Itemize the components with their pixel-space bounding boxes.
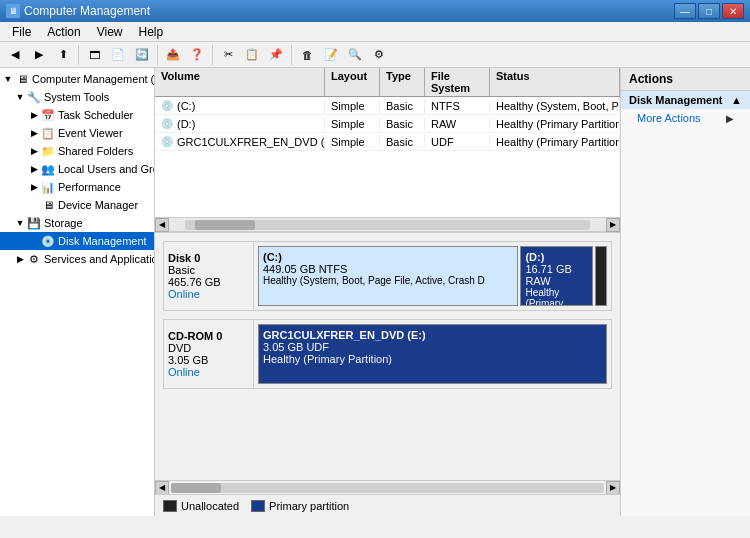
shared-folders-icon: 📁	[40, 143, 56, 159]
cell-status: Healthy (System, Boot, Page File, Active…	[490, 99, 620, 113]
forward-button[interactable]: ▶	[28, 44, 50, 66]
actions-panel: Actions Disk Management ▲ More Actions ▶	[620, 68, 750, 516]
sidebar-performance-label: Performance	[58, 181, 121, 193]
cell-layout: Simple	[325, 99, 380, 113]
expand-local-users-icon[interactable]: ▶	[28, 163, 40, 175]
device-manager-icon: 🖥	[40, 197, 56, 213]
scroll-bottom-left-button[interactable]: ◀	[155, 481, 169, 495]
scroll-bottom-right-button[interactable]: ▶	[606, 481, 620, 495]
cell-filesystem: RAW	[425, 117, 490, 131]
copy-button[interactable]: 📋	[241, 44, 263, 66]
cell-volume: 💿 (D:)	[155, 117, 325, 131]
disk0-size: 465.76 GB	[168, 276, 249, 288]
table-scrollbar[interactable]: ◀ ▶	[155, 217, 620, 231]
sidebar-item-event-viewer[interactable]: ▶ 📋 Event Viewer	[0, 124, 154, 142]
expand-event-viewer-icon[interactable]: ▶	[28, 127, 40, 139]
menu-action[interactable]: Action	[39, 22, 88, 42]
cut-button[interactable]: ✂	[217, 44, 239, 66]
partition-c[interactable]: (C:) 449.05 GB NTFS Healthy (System, Boo…	[258, 246, 518, 306]
delete-button[interactable]: 🗑	[296, 44, 318, 66]
cell-volume: 💿 GRC1CULXFRER_EN_DVD (E:)	[155, 135, 325, 149]
col-status[interactable]: Status	[490, 68, 620, 96]
help-button[interactable]: ❓	[186, 44, 208, 66]
services-icon: ⚙	[26, 251, 42, 267]
menu-help[interactable]: Help	[131, 22, 172, 42]
export-button[interactable]: 📤	[162, 44, 184, 66]
close-button[interactable]: ✕	[722, 3, 744, 19]
partition-e[interactable]: GRC1CULXFRER_EN_DVD (E:) 3.05 GB UDF Hea…	[258, 324, 607, 384]
expand-shared-folders-icon[interactable]: ▶	[28, 145, 40, 157]
partition-c-label: (C:)	[263, 251, 513, 263]
sidebar-item-services[interactable]: ▶ ⚙ Services and Applications	[0, 250, 154, 268]
back-button[interactable]: ◀	[4, 44, 26, 66]
col-volume[interactable]: Volume	[155, 68, 325, 96]
table-row[interactable]: 💿 (D:) Simple Basic RAW Healthy (Primary…	[155, 115, 620, 133]
storage-icon: 💾	[26, 215, 42, 231]
expand-system-tools-icon[interactable]: ▼	[14, 91, 26, 103]
disk0-partitions: (C:) 449.05 GB NTFS Healthy (System, Boo…	[254, 242, 611, 310]
sidebar-local-users-label: Local Users and Groups	[58, 163, 155, 175]
paste-button[interactable]: 📌	[265, 44, 287, 66]
partition-e-label: GRC1CULXFRER_EN_DVD (E:)	[263, 329, 602, 341]
legend-primary-box	[251, 500, 265, 512]
partition-e-status: Healthy (Primary Partition)	[263, 353, 602, 365]
options-button[interactable]: ⚙	[368, 44, 390, 66]
cell-volume: 💿 (C:)	[155, 99, 325, 113]
scroll-left-button[interactable]: ◀	[155, 218, 169, 232]
expand-disk-mgmt-icon[interactable]	[28, 235, 40, 247]
sidebar-shared-folders-label: Shared Folders	[58, 145, 133, 157]
up-button[interactable]: ⬆	[52, 44, 74, 66]
disk-info-cdrom: CD-ROM 0 DVD 3.05 GB Online	[164, 320, 254, 388]
bottom-thumb[interactable]	[171, 483, 221, 493]
refresh-button[interactable]: 🔄	[131, 44, 153, 66]
sidebar-item-shared-folders[interactable]: ▶ 📁 Shared Folders	[0, 142, 154, 160]
partition-e-size: 3.05 GB UDF	[263, 341, 602, 353]
sidebar-item-storage[interactable]: ▼ 💾 Storage	[0, 214, 154, 232]
sidebar-system-tools-label: System Tools	[44, 91, 109, 103]
performance-icon: 📊	[40, 179, 56, 195]
bottom-scrollbar[interactable]: ◀ ▶	[155, 480, 620, 494]
cell-type: Basic	[380, 135, 425, 149]
search-button[interactable]: 🔍	[344, 44, 366, 66]
scroll-right-button[interactable]: ▶	[606, 218, 620, 232]
show-hide-button[interactable]: 🗖	[83, 44, 105, 66]
action-section-disk-management[interactable]: Disk Management ▲	[621, 91, 750, 109]
sidebar-item-task-scheduler[interactable]: ▶ 📅 Task Scheduler	[0, 106, 154, 124]
expand-task-scheduler-icon[interactable]: ▶	[28, 109, 40, 121]
expand-storage-icon[interactable]: ▼	[14, 217, 26, 229]
expand-performance-icon[interactable]: ▶	[28, 181, 40, 193]
col-layout[interactable]: Layout	[325, 68, 380, 96]
new-button[interactable]: 📝	[320, 44, 342, 66]
more-actions-arrow-icon: ▶	[726, 113, 734, 124]
table-row[interactable]: 💿 (C:) Simple Basic NTFS Healthy (System…	[155, 97, 620, 115]
system-tools-icon: 🔧	[26, 89, 42, 105]
sidebar-item-root[interactable]: ▼ 🖥 Computer Management (Local	[0, 70, 154, 88]
maximize-button[interactable]: □	[698, 3, 720, 19]
menu-view[interactable]: View	[89, 22, 131, 42]
sidebar-item-disk-management[interactable]: 💿 Disk Management	[0, 232, 154, 250]
content-area: Volume Layout Type File System Status 💿 …	[155, 68, 620, 516]
properties-button[interactable]: 📄	[107, 44, 129, 66]
minimize-button[interactable]: —	[674, 3, 696, 19]
scroll-thumb[interactable]	[195, 220, 255, 230]
expand-device-manager-icon[interactable]	[28, 199, 40, 211]
disk-visual-area: Disk 0 Basic 465.76 GB Online (C:) 449.0…	[155, 233, 620, 480]
table-row[interactable]: 💿 GRC1CULXFRER_EN_DVD (E:) Simple Basic …	[155, 133, 620, 151]
sidebar-item-system-tools[interactable]: ▼ 🔧 System Tools	[0, 88, 154, 106]
sidebar-item-device-manager[interactable]: 🖥 Device Manager	[0, 196, 154, 214]
action-more-actions[interactable]: More Actions ▶	[621, 109, 750, 127]
cell-filesystem: NTFS	[425, 99, 490, 113]
expand-services-icon[interactable]: ▶	[14, 253, 26, 265]
partition-d[interactable]: (D:) 16.71 GB RAW Healthy (Primary Parti…	[520, 246, 593, 306]
sidebar-item-performance[interactable]: ▶ 📊 Performance	[0, 178, 154, 196]
menu-bar: File Action View Help	[0, 22, 750, 42]
menu-file[interactable]: File	[4, 22, 39, 42]
col-type[interactable]: Type	[380, 68, 425, 96]
sidebar-item-local-users[interactable]: ▶ 👥 Local Users and Groups	[0, 160, 154, 178]
expand-icon[interactable]: ▼	[2, 73, 14, 85]
more-actions-label: More Actions	[637, 112, 701, 124]
partition-unallocated[interactable]	[595, 246, 607, 306]
col-filesystem[interactable]: File System	[425, 68, 490, 96]
legend-primary-label: Primary partition	[269, 500, 349, 512]
window-title: Computer Management	[24, 4, 150, 18]
